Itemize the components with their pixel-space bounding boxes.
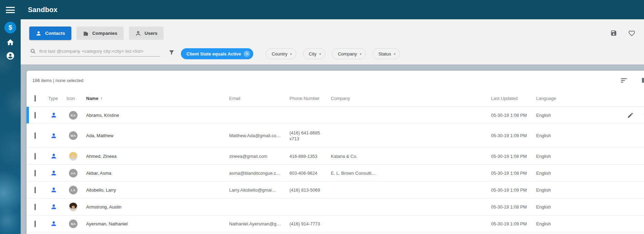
contact-phone: (416) 914-7773 (289, 221, 320, 226)
contact-email: Nathaniel.Ayersman@g… (229, 221, 289, 226)
contact-company: Katana & Co. (331, 154, 491, 159)
search-input[interactable] (39, 49, 153, 54)
col-language[interactable]: Language (536, 96, 584, 101)
filter-chips: Client State equals Active × Country ▾ C… (181, 48, 400, 59)
col-phone[interactable]: Phone Number (289, 96, 331, 101)
language: English (536, 154, 584, 159)
table-row[interactable]: KA Abrams, Kristine 05-30-19 1:08 PM Eng… (27, 107, 644, 124)
chip-label: Country (272, 51, 287, 57)
col-email[interactable]: Email (229, 96, 289, 101)
filter-funnel-icon[interactable] (168, 49, 175, 55)
row-checkbox[interactable] (34, 221, 36, 227)
person-outline-icon (135, 30, 141, 37)
filter-chip-country[interactable]: Country ▾ (266, 48, 296, 59)
avatar: LA (69, 186, 78, 194)
active-filter-label: Client State equals Active (186, 51, 241, 57)
contact-phone: (416) 813-5069 (289, 187, 320, 193)
filter-chip-company[interactable]: Company ▾ (332, 48, 366, 59)
table-row[interactable]: AA Akbar, Asma asma@blanditcongue.c… 603… (27, 165, 644, 182)
table-row[interactable]: NA Ayersman, Nathaniel Nathaniel.Ayersma… (27, 215, 644, 232)
chevron-down-icon: ▾ (319, 52, 321, 56)
sort-icon[interactable] (621, 78, 627, 83)
avatar: NA (69, 220, 78, 228)
contact-type-person-icon (48, 112, 67, 119)
toolbar-actions (610, 30, 635, 37)
col-name[interactable]: Name (86, 96, 98, 101)
page-title: Sandbox (28, 6, 58, 14)
contact-type-person-icon (48, 220, 67, 227)
last-updated: 05-30-19 1:09 PM (491, 187, 536, 193)
language: English (536, 171, 584, 176)
language: English (536, 204, 584, 210)
row-checkbox[interactable] (34, 112, 36, 119)
contact-type-person-icon (48, 170, 67, 176)
row-checkbox[interactable] (34, 170, 36, 176)
contact-name: Abrams, Kristine (86, 113, 229, 118)
items-count: 186 items | none selected (32, 78, 83, 83)
table-row[interactable]: Ahmed, Zineea zineea@gmail.com 416-888-1… (27, 148, 644, 165)
contact-name: Akbar, Asma (86, 171, 229, 176)
columns-icon[interactable] (642, 78, 644, 83)
home-icon[interactable] (4, 38, 16, 47)
row-checkbox[interactable] (34, 187, 36, 193)
sort-arrow-icon: ↑ (100, 96, 102, 101)
remove-filter-icon[interactable]: × (244, 51, 250, 57)
row-checkbox[interactable] (34, 204, 36, 210)
table-row[interactable]: MA Ada, Matthew Matthew.Ada@gmail.co… (4… (27, 124, 644, 148)
contacts-list-card: 186 items | none selected Type Icon Name… (27, 71, 644, 234)
table-row[interactable]: Armstrong, Austin 05-30-19 1:08 PM Engli… (27, 199, 644, 215)
active-filter-chip[interactable]: Client State equals Active × (181, 48, 253, 59)
language: English (536, 133, 584, 138)
contact-email: Matthew.Ada@gmail.co… (229, 133, 289, 138)
col-company[interactable]: Company (331, 96, 491, 101)
chevron-down-icon: ▾ (360, 52, 361, 56)
row-checkbox[interactable] (34, 132, 36, 139)
contact-phone: 416-888-1353 (289, 154, 317, 159)
search-icon (30, 48, 36, 54)
col-icon[interactable]: Icon (67, 96, 86, 101)
last-updated: 05-30-19 1:09 PM (491, 133, 536, 138)
chevron-down-icon: ▾ (290, 52, 292, 56)
account-circle-icon[interactable] (4, 51, 16, 60)
edit-pencil-icon[interactable] (627, 112, 634, 119)
tab-users[interactable]: Users (129, 27, 164, 40)
hamburger-menu-icon[interactable] (6, 7, 15, 13)
language: English (536, 187, 584, 193)
contact-name: Armstrong, Austin (86, 204, 229, 210)
save-icon[interactable] (610, 30, 617, 37)
contact-type-person-icon (48, 186, 67, 193)
billing-dollar-icon[interactable]: $ (4, 22, 16, 33)
contact-phone: 603-406-9624 (289, 171, 317, 176)
table-row[interactable]: LA Altobello, Larry Larry.Altobello@gmai… (27, 182, 644, 199)
filter-chip-status[interactable]: Status ▾ (372, 48, 400, 59)
tab-label: Contacts (45, 31, 65, 36)
avatar: KA (69, 111, 78, 120)
select-all-checkbox[interactable] (34, 95, 36, 102)
row-checkbox[interactable] (34, 153, 36, 160)
contact-type-person-icon (48, 153, 67, 160)
favorite-heart-icon[interactable] (628, 30, 635, 37)
tab-companies[interactable]: Companies (76, 27, 124, 40)
tab-label: Users (145, 31, 158, 36)
contact-phone-ext: x713 (289, 136, 299, 141)
language: English (536, 221, 584, 226)
delete-trash-icon[interactable] (643, 112, 644, 119)
avatar (69, 152, 78, 161)
contact-name: Ahmed, Zineea (86, 154, 229, 159)
contact-type-person-icon (48, 132, 67, 139)
contact-name: Ada, Matthew (86, 133, 229, 138)
contact-phone: (416) 641-8685 (289, 130, 320, 135)
contact-email: Larry.Altobello@gmai… (229, 187, 289, 193)
list-summary-row: 186 items | none selected (27, 71, 644, 90)
col-last-updated[interactable]: Last Updated (491, 96, 536, 101)
contact-email: zineea@gmail.com (229, 154, 289, 159)
col-type[interactable]: Type (48, 96, 67, 101)
chip-label: Status (378, 51, 391, 57)
table-body: KA Abrams, Kristine 05-30-19 1:08 PM Eng… (27, 107, 644, 232)
filter-chip-city[interactable]: City ▾ (303, 48, 325, 59)
avatar (69, 203, 78, 211)
tab-contacts[interactable]: Contacts (29, 27, 71, 40)
avatar: MA (69, 131, 78, 140)
last-updated: 05-30-19 1:08 PM (491, 154, 536, 159)
entity-tabs: Contacts Companies Users (29, 27, 164, 40)
